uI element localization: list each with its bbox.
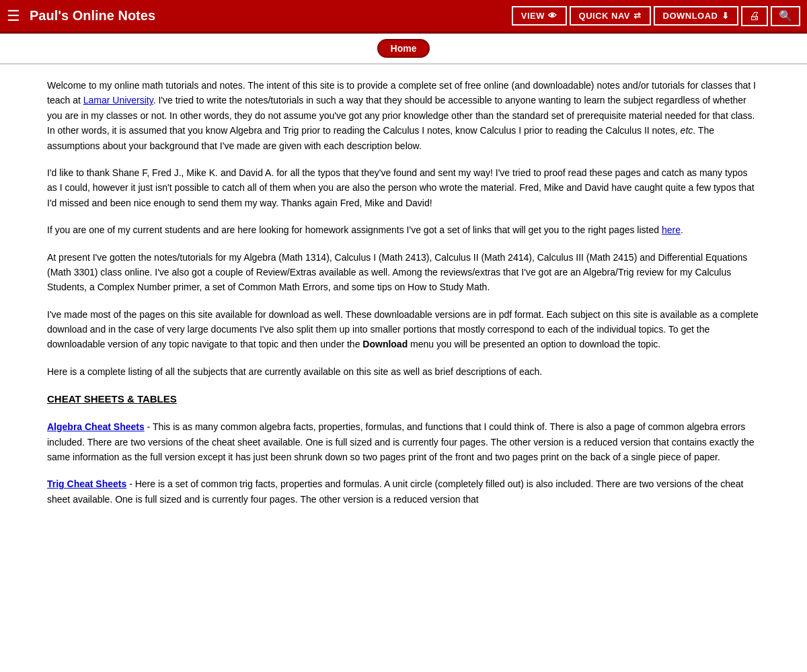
download-button[interactable]: DOWNLOAD ⬇ <box>654 6 739 26</box>
view-label: VIEW <box>521 11 545 21</box>
intro-text-2: . I've tried to write the notes/tutorial… <box>47 95 755 136</box>
print-button[interactable]: 🖨 <box>741 6 768 26</box>
algebra-cheat-link[interactable]: Algebra Cheat Sheets <box>47 421 145 432</box>
algebra-cheat-paragraph: Algebra Cheat Sheets - This is as many c… <box>47 419 760 464</box>
students-text-2: . <box>681 224 683 235</box>
quick-nav-label: QUICK NAV <box>579 11 630 21</box>
algebra-cheat-desc: - This is as many common algebra facts, … <box>47 421 755 462</box>
download-paragraph: I've made most of the pages on this site… <box>47 307 760 352</box>
navbar: Home <box>0 34 807 65</box>
home-link[interactable]: Home <box>377 39 430 58</box>
trig-cheat-paragraph: Trig Cheat Sheets - Here is a set of com… <box>47 476 760 507</box>
students-text-1: If you are one of my current students an… <box>47 224 662 235</box>
etc-italic: etc <box>681 125 693 136</box>
listing-paragraph: Here is a complete listing of all the su… <box>47 364 760 379</box>
download-label: DOWNLOAD <box>663 11 718 21</box>
site-title: Paul's Online Notes <box>30 8 509 24</box>
trig-cheat-desc: - Here is a set of common trig facts, pr… <box>47 478 743 504</box>
download-bold: Download <box>362 339 408 349</box>
lamar-university-link[interactable]: Lamar University <box>83 95 153 106</box>
search-icon: 🔍 <box>779 10 792 22</box>
students-paragraph: If you are one of my current students an… <box>47 222 760 237</box>
intro-paragraph: Welcome to my online math tutorials and … <box>47 78 760 153</box>
courses-paragraph: At present I've gotten the notes/tutoria… <box>47 250 760 295</box>
trig-cheat-link[interactable]: Trig Cheat Sheets <box>47 478 126 489</box>
thanks-paragraph: I'd like to thank Shane F, Fred J., Mike… <box>47 165 760 210</box>
main-content: Welcome to my online math tutorials and … <box>34 78 773 507</box>
eye-icon: 👁 <box>548 11 558 21</box>
search-button[interactable]: 🔍 <box>771 6 800 26</box>
download-icon: ⬇ <box>722 11 730 21</box>
download-text-2: menu you will be presented an option to … <box>408 339 660 349</box>
print-icon: 🖨 <box>749 10 760 22</box>
quick-nav-button[interactable]: QUICK NAV ⇄ <box>570 6 651 26</box>
header: ☰ Paul's Online Notes VIEW 👁 QUICK NAV ⇄… <box>0 0 807 34</box>
cheat-sheets-heading: CHEAT SHEETS & TABLES <box>47 391 760 407</box>
here-link[interactable]: here <box>662 224 681 235</box>
view-button[interactable]: VIEW 👁 <box>512 6 567 26</box>
arrows-icon: ⇄ <box>633 11 642 21</box>
menu-icon[interactable]: ☰ <box>7 7 20 25</box>
